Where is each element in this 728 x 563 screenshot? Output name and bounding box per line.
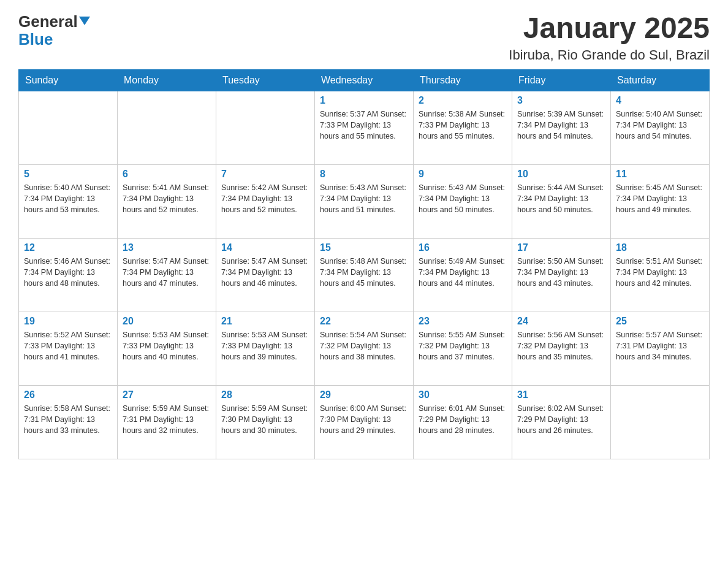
day-number: 26 [24, 389, 112, 400]
day-number: 1 [320, 95, 408, 106]
day-info: Sunrise: 6:01 AM Sunset: 7:29 PM Dayligh… [419, 403, 507, 436]
day-number: 18 [616, 242, 704, 253]
day-info: Sunrise: 5:56 AM Sunset: 7:32 PM Dayligh… [517, 329, 605, 362]
day-number: 31 [517, 389, 605, 400]
calendar-cell: 8Sunrise: 5:43 AM Sunset: 7:34 PM Daylig… [315, 164, 414, 238]
day-number: 30 [419, 389, 507, 400]
logo: General Blue [18, 12, 90, 47]
calendar-cell: 2Sunrise: 5:38 AM Sunset: 7:33 PM Daylig… [414, 91, 512, 164]
day-info: Sunrise: 5:37 AM Sunset: 7:33 PM Dayligh… [320, 109, 408, 142]
logo-triangle-icon [79, 17, 90, 25]
day-number: 13 [123, 242, 211, 253]
day-number: 10 [517, 169, 605, 180]
calendar-header-wednesday: Wednesday [315, 69, 414, 91]
calendar-cell [216, 91, 315, 164]
day-info: Sunrise: 5:51 AM Sunset: 7:34 PM Dayligh… [616, 256, 704, 289]
day-info: Sunrise: 5:44 AM Sunset: 7:34 PM Dayligh… [517, 182, 605, 215]
calendar-cell: 3Sunrise: 5:39 AM Sunset: 7:34 PM Daylig… [512, 91, 611, 164]
day-number: 28 [221, 389, 309, 400]
calendar-cell: 18Sunrise: 5:51 AM Sunset: 7:34 PM Dayli… [611, 238, 710, 312]
calendar-cell [19, 91, 118, 164]
calendar-week-row: 19Sunrise: 5:52 AM Sunset: 7:33 PM Dayli… [19, 312, 710, 385]
calendar-cell: 25Sunrise: 5:57 AM Sunset: 7:31 PM Dayli… [611, 312, 710, 385]
calendar-cell [118, 91, 216, 164]
calendar-cell: 19Sunrise: 5:52 AM Sunset: 7:33 PM Dayli… [19, 312, 118, 385]
calendar-cell: 29Sunrise: 6:00 AM Sunset: 7:30 PM Dayli… [315, 385, 414, 459]
day-number: 7 [221, 169, 309, 180]
day-number: 8 [320, 169, 408, 180]
day-number: 5 [24, 169, 112, 180]
calendar-cell: 24Sunrise: 5:56 AM Sunset: 7:32 PM Dayli… [512, 312, 611, 385]
day-number: 14 [221, 242, 309, 253]
day-info: Sunrise: 5:59 AM Sunset: 7:31 PM Dayligh… [123, 403, 211, 436]
day-info: Sunrise: 5:39 AM Sunset: 7:34 PM Dayligh… [517, 109, 605, 142]
calendar-cell: 10Sunrise: 5:44 AM Sunset: 7:34 PM Dayli… [512, 164, 611, 238]
calendar-cell: 17Sunrise: 5:50 AM Sunset: 7:34 PM Dayli… [512, 238, 611, 312]
day-number: 23 [419, 316, 507, 327]
calendar-cell: 23Sunrise: 5:55 AM Sunset: 7:32 PM Dayli… [414, 312, 512, 385]
calendar-header-saturday: Saturday [611, 69, 710, 91]
day-number: 22 [320, 316, 408, 327]
day-info: Sunrise: 5:55 AM Sunset: 7:32 PM Dayligh… [419, 329, 507, 362]
calendar-week-row: 26Sunrise: 5:58 AM Sunset: 7:31 PM Dayli… [19, 385, 710, 459]
day-info: Sunrise: 5:49 AM Sunset: 7:34 PM Dayligh… [419, 256, 507, 289]
day-number: 4 [616, 95, 704, 106]
day-info: Sunrise: 6:02 AM Sunset: 7:29 PM Dayligh… [517, 403, 605, 436]
month-title: January 2025 [509, 12, 710, 45]
calendar-cell: 20Sunrise: 5:53 AM Sunset: 7:33 PM Dayli… [118, 312, 216, 385]
calendar-cell: 4Sunrise: 5:40 AM Sunset: 7:34 PM Daylig… [611, 91, 710, 164]
day-number: 3 [517, 95, 605, 106]
day-info: Sunrise: 5:47 AM Sunset: 7:34 PM Dayligh… [221, 256, 309, 289]
day-number: 25 [616, 316, 704, 327]
calendar-cell: 11Sunrise: 5:45 AM Sunset: 7:34 PM Dayli… [611, 164, 710, 238]
calendar-week-row: 5Sunrise: 5:40 AM Sunset: 7:34 PM Daylig… [19, 164, 710, 238]
calendar-cell [611, 385, 710, 459]
day-info: Sunrise: 5:53 AM Sunset: 7:33 PM Dayligh… [221, 329, 309, 362]
calendar-cell: 30Sunrise: 6:01 AM Sunset: 7:29 PM Dayli… [414, 385, 512, 459]
logo-blue: Blue [18, 31, 90, 47]
calendar-table: SundayMondayTuesdayWednesdayThursdayFrid… [18, 69, 710, 459]
day-info: Sunrise: 5:46 AM Sunset: 7:34 PM Dayligh… [24, 256, 112, 289]
day-info: Sunrise: 6:00 AM Sunset: 7:30 PM Dayligh… [320, 403, 408, 436]
day-info: Sunrise: 5:47 AM Sunset: 7:34 PM Dayligh… [123, 256, 211, 289]
day-info: Sunrise: 5:40 AM Sunset: 7:34 PM Dayligh… [616, 109, 704, 142]
day-info: Sunrise: 5:43 AM Sunset: 7:34 PM Dayligh… [320, 182, 408, 215]
day-number: 12 [24, 242, 112, 253]
calendar-header-sunday: Sunday [19, 69, 118, 91]
calendar-cell: 6Sunrise: 5:41 AM Sunset: 7:34 PM Daylig… [118, 164, 216, 238]
logo-general: General [18, 12, 90, 31]
day-info: Sunrise: 5:54 AM Sunset: 7:32 PM Dayligh… [320, 329, 408, 362]
day-number: 17 [517, 242, 605, 253]
day-info: Sunrise: 5:59 AM Sunset: 7:30 PM Dayligh… [221, 403, 309, 436]
calendar-cell: 15Sunrise: 5:48 AM Sunset: 7:34 PM Dayli… [315, 238, 414, 312]
calendar-cell: 27Sunrise: 5:59 AM Sunset: 7:31 PM Dayli… [118, 385, 216, 459]
day-info: Sunrise: 5:41 AM Sunset: 7:34 PM Dayligh… [123, 182, 211, 215]
day-info: Sunrise: 5:53 AM Sunset: 7:33 PM Dayligh… [123, 329, 211, 362]
day-info: Sunrise: 5:52 AM Sunset: 7:33 PM Dayligh… [24, 329, 112, 362]
calendar-cell: 31Sunrise: 6:02 AM Sunset: 7:29 PM Dayli… [512, 385, 611, 459]
day-number: 9 [419, 169, 507, 180]
day-number: 2 [419, 95, 507, 106]
day-info: Sunrise: 5:57 AM Sunset: 7:31 PM Dayligh… [616, 329, 704, 362]
day-info: Sunrise: 5:48 AM Sunset: 7:34 PM Dayligh… [320, 256, 408, 289]
calendar-cell: 13Sunrise: 5:47 AM Sunset: 7:34 PM Dayli… [118, 238, 216, 312]
calendar-cell: 14Sunrise: 5:47 AM Sunset: 7:34 PM Dayli… [216, 238, 315, 312]
calendar-cell: 1Sunrise: 5:37 AM Sunset: 7:33 PM Daylig… [315, 91, 414, 164]
day-number: 16 [419, 242, 507, 253]
day-info: Sunrise: 5:42 AM Sunset: 7:34 PM Dayligh… [221, 182, 309, 215]
calendar-cell: 16Sunrise: 5:49 AM Sunset: 7:34 PM Dayli… [414, 238, 512, 312]
title-area: January 2025 Ibiruba, Rio Grande do Sul,… [509, 12, 710, 63]
calendar-header-thursday: Thursday [414, 69, 512, 91]
page-header: General Blue January 2025 Ibiruba, Rio G… [18, 12, 710, 63]
day-info: Sunrise: 5:43 AM Sunset: 7:34 PM Dayligh… [419, 182, 507, 215]
day-number: 11 [616, 169, 704, 180]
day-number: 21 [221, 316, 309, 327]
calendar-header-friday: Friday [512, 69, 611, 91]
calendar-cell: 21Sunrise: 5:53 AM Sunset: 7:33 PM Dayli… [216, 312, 315, 385]
day-number: 6 [123, 169, 211, 180]
calendar-header-tuesday: Tuesday [216, 69, 315, 91]
location-title: Ibiruba, Rio Grande do Sul, Brazil [509, 47, 710, 63]
calendar-week-row: 12Sunrise: 5:46 AM Sunset: 7:34 PM Dayli… [19, 238, 710, 312]
day-number: 15 [320, 242, 408, 253]
calendar-cell: 22Sunrise: 5:54 AM Sunset: 7:32 PM Dayli… [315, 312, 414, 385]
